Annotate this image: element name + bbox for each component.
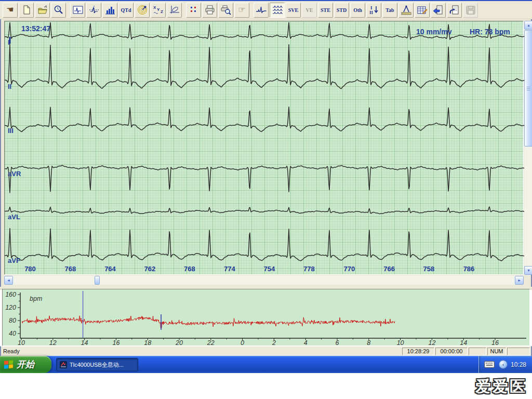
- lead-label-III: III: [8, 127, 14, 135]
- rr-interval-label: 764: [104, 265, 116, 273]
- x-tick-label: 16: [112, 339, 119, 345]
- x-tick-label: 2: [272, 339, 276, 345]
- ecg-trace-aVR: [5, 165, 524, 193]
- lead-label-aVF: aVF: [8, 257, 20, 264]
- x-tick-label: 16: [491, 339, 499, 345]
- trend-spiral-button[interactable]: [135, 3, 150, 18]
- taskbar-item-tlc4000[interactable]: Tlc4000USB全息动...: [56, 358, 138, 371]
- start-label: 开始: [17, 358, 34, 370]
- ecg-strip-view[interactable]: IIIIIIaVRaVLaVF7807687647627687747547787…: [4, 21, 524, 275]
- x-tick-label: 6: [336, 339, 339, 345]
- print-preview-button[interactable]: [218, 3, 233, 18]
- qtd-analysis-button[interactable]: QTd: [118, 3, 134, 18]
- x-tick-label: 0: [241, 339, 244, 345]
- vector-loop-button[interactable]: [167, 3, 182, 18]
- status-panel-NUM: NUM: [487, 348, 506, 355]
- y-tick-label: 40: [9, 330, 16, 337]
- scroll-up-button[interactable]: ▴: [524, 21, 532, 30]
- edit-report-button[interactable]: [415, 3, 430, 18]
- start-button[interactable]: 开始: [0, 356, 51, 373]
- gain-label: 10 mm/mv: [416, 28, 451, 36]
- open-file-button[interactable]: [35, 3, 50, 18]
- y-tick-label: 160: [5, 291, 16, 298]
- screen: ☚QTdXYZ☞SVEVESTESTDOthIIITab IIIIIIaVRaV…: [0, 0, 532, 399]
- heart-rate-label: HR: 78 bpm: [470, 28, 510, 36]
- strip-timestamp: 13:52:47: [21, 24, 50, 33]
- rr-interval-label: 768: [184, 265, 195, 273]
- windows-logo-icon: [4, 360, 14, 369]
- page-bottom-strip: 爱爱医: [0, 373, 532, 399]
- app-icon: [60, 361, 67, 368]
- strip-start-marker: [9, 37, 11, 44]
- taskbar: 开始 Tlc4000USB全息动... ‹ 10:28: [0, 356, 532, 373]
- scroll-right-button[interactable]: ▸: [515, 276, 524, 285]
- heart-rate-trend-chart[interactable]: 1601208040bpm101214161820220246810121416: [3, 289, 529, 345]
- y-tick-label: 120: [5, 304, 16, 311]
- export-report-button[interactable]: [431, 3, 446, 18]
- std-events-button[interactable]: STD: [334, 3, 349, 18]
- status-panel-empty: [507, 348, 530, 355]
- x-tick-label: 12: [428, 339, 435, 345]
- lead-label-aVL: aVL: [8, 213, 20, 221]
- beat-view-button[interactable]: [70, 3, 85, 18]
- y-tick-label: 80: [9, 317, 16, 324]
- svg-text:Z: Z: [161, 9, 163, 14]
- keyboard-tray-icon[interactable]: [484, 361, 495, 368]
- svg-text:X: X: [153, 5, 156, 10]
- tab-view-button[interactable]: Tab: [382, 3, 397, 18]
- x-tick-label: 14: [81, 339, 88, 345]
- x-tick-label: 8: [367, 339, 370, 345]
- xyz-leads-button[interactable]: XYZ: [151, 3, 166, 18]
- print-button[interactable]: [202, 3, 217, 18]
- measure-tools-button[interactable]: [398, 3, 414, 18]
- svg-text:II: II: [369, 10, 374, 15]
- status-panels: 10:28:2900:00:00NUM: [402, 348, 531, 355]
- save-button: [463, 3, 478, 18]
- rr-interval-label: 786: [463, 265, 475, 273]
- review-search-button[interactable]: [51, 3, 66, 18]
- lead-order-button[interactable]: III: [366, 3, 381, 18]
- ve-events-button: VE: [302, 3, 317, 18]
- status-panel-empty: [469, 348, 486, 355]
- status-panel-102829: 10:28:29: [402, 348, 434, 355]
- tray-clock: 10:28: [511, 361, 526, 368]
- histogram-view-button[interactable]: [102, 3, 117, 18]
- status-bar: Ready 10:28:2900:00:00NUM: [0, 346, 532, 356]
- single-beat-view-button[interactable]: [254, 3, 269, 18]
- ste-events-button[interactable]: STE: [318, 3, 333, 18]
- vertical-scrollbar[interactable]: ▴ ▾: [524, 21, 532, 275]
- svg-text:Y: Y: [157, 7, 160, 12]
- scroll-down-button[interactable]: ▾: [524, 266, 532, 275]
- revert-doc-button[interactable]: [447, 3, 462, 18]
- x-tick-label: 14: [460, 339, 467, 345]
- horizontal-scrollbar[interactable]: ◂ ▸: [4, 276, 524, 285]
- vertical-scroll-thumb[interactable]: [524, 30, 532, 147]
- rr-interval-label: 768: [65, 265, 76, 273]
- system-tray: ‹ 10:28: [478, 356, 532, 373]
- lead-label-aVR: aVR: [8, 170, 21, 178]
- x-tick-label: 20: [175, 339, 183, 345]
- horizontal-scroll-thumb[interactable]: [95, 276, 100, 285]
- trend-ylabel: bpm: [30, 295, 42, 302]
- sve-events-button[interactable]: SVE: [286, 3, 301, 18]
- x-tick-label: 10: [397, 339, 404, 345]
- rr-interval-label: 774: [224, 265, 235, 273]
- select-hand-button[interactable]: ☚: [3, 3, 18, 18]
- new-file-button[interactable]: [19, 3, 34, 18]
- template-view-button[interactable]: [86, 3, 101, 18]
- ecg-waveform-canvas[interactable]: IIIIIIaVRaVLaVF7807687647627687747547787…: [5, 21, 524, 275]
- scroll-left-button[interactable]: ◂: [4, 276, 13, 285]
- heart-rate-trend-panel[interactable]: 1601208040bpm101214161820220246810121416: [2, 289, 530, 346]
- x-tick-label: 18: [144, 339, 151, 345]
- other-events-button[interactable]: Oth: [350, 3, 365, 18]
- page-select-button[interactable]: ☞: [234, 3, 249, 18]
- scatter-plot-button[interactable]: [186, 3, 201, 18]
- status-message: Ready: [1, 348, 402, 354]
- rr-interval-label: 770: [343, 265, 355, 273]
- full-disclosure-view-button[interactable]: [270, 3, 285, 18]
- tray-collapse-button[interactable]: ‹: [499, 360, 508, 369]
- watermark-text: 爱爱医: [475, 376, 527, 397]
- rr-interval-label: 754: [263, 265, 275, 273]
- rr-interval-label: 778: [303, 265, 315, 273]
- ecg-trace-II: [5, 44, 524, 89]
